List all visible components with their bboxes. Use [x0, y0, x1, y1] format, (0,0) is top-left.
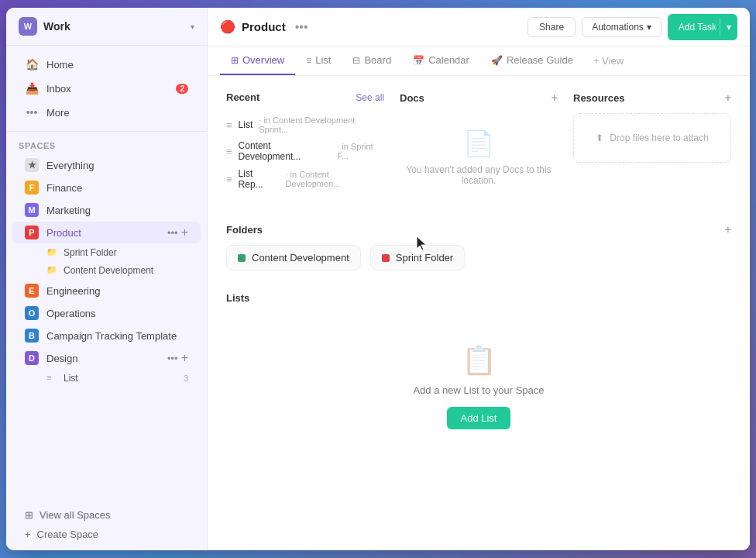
campaign-icon: B [25, 329, 39, 343]
product-icon: P [25, 226, 39, 239]
workspace-icon: W [19, 17, 37, 36]
tab-calendar[interactable]: 📅 Calendar [402, 46, 480, 75]
recent-item-2[interactable]: ≡ Content Development... · in Sprint F..… [226, 137, 384, 165]
campaign-label: Campaign Tracking Template [46, 330, 177, 342]
sidebar-item-more[interactable]: ••• More [12, 101, 201, 124]
overview-tab-icon: ⊞ [231, 55, 239, 66]
create-space-icon: + [25, 529, 31, 540]
list-tab-icon: ≡ [306, 55, 311, 66]
header-actions: Share Automations ▾ Add Task ▾ [527, 14, 737, 40]
folders-title: Folders [226, 224, 263, 236]
view-all-spaces-label: View all Spaces [40, 509, 111, 521]
content-dev-folder-dot [238, 254, 246, 262]
sidebar-item-design-list[interactable]: ≡ List 3 [12, 370, 201, 387]
release-tab-icon: 🚀 [491, 55, 503, 66]
see-all-link[interactable]: See all [356, 92, 384, 103]
tab-board[interactable]: ⊟ Board [342, 46, 402, 75]
workspace-header[interactable]: W Work ▾ [6, 8, 207, 46]
sidebar-item-design[interactable]: D Design ••• + [12, 347, 201, 369]
calendar-tab-icon: 📅 [413, 55, 424, 66]
sidebar-item-operations[interactable]: O Operations [12, 302, 201, 324]
sidebar-item-home[interactable]: 🏠 Home [12, 53, 201, 76]
recent-item-1[interactable]: ≡ List · in Content Development Sprint..… [226, 112, 384, 137]
automations-button[interactable]: Automations ▾ [582, 17, 662, 37]
create-space-item[interactable]: + Create Space [19, 525, 194, 544]
sidebar-item-product[interactable]: P Product ••• + [12, 222, 201, 243]
add-task-chevron-icon[interactable]: ▾ [720, 18, 737, 36]
list-icon: ≡ [46, 373, 57, 384]
recent-item-3[interactable]: ≡ List Rep... · in Content Developmen... [226, 165, 384, 193]
finance-label: Finance [46, 182, 82, 194]
resources-drop-zone[interactable]: ⬆ Drop files here to attach [573, 113, 731, 163]
docs-title: Docs [400, 92, 424, 104]
view-all-spaces-item[interactable]: ⊞ View all Spaces [19, 505, 194, 525]
product-add-icon[interactable]: + [181, 226, 188, 239]
doc-icon-3: ≡ [226, 174, 232, 185]
automations-label: Automations [592, 22, 644, 33]
board-tab-label: Board [364, 54, 391, 66]
design-add-icon[interactable]: + [181, 351, 188, 365]
recent-item-2-name: Content Development... [239, 140, 332, 162]
folders-add-icon[interactable]: + [725, 223, 731, 236]
sidebar-item-sprint-folder[interactable]: 📁 Sprint Folder [12, 244, 201, 261]
release-tab-label: Release Guide [507, 54, 573, 66]
board-tab-icon: ⊟ [352, 55, 360, 66]
workspace-chevron-icon: ▾ [191, 22, 194, 31]
sidebar-item-content-development[interactable]: 📁 Content Development [12, 262, 201, 279]
docs-section-title: Docs + [400, 91, 558, 104]
content-dev-folder-label: Content Development [252, 252, 349, 264]
resources-add-icon[interactable]: + [725, 91, 731, 104]
recent-item-1-name: List [239, 119, 253, 130]
sidebar-item-finance[interactable]: F Finance [12, 177, 201, 198]
overview-tab-label: Overview [242, 54, 284, 66]
upload-icon: ⬆ [596, 133, 603, 143]
docs-section: Docs + 📄 You haven't added any Docs to t… [400, 91, 558, 202]
finance-icon: F [25, 181, 39, 195]
product-label: Product [46, 227, 81, 239]
sidebar-item-everything[interactable]: ★ Everything [12, 154, 201, 176]
folder-card-sprint[interactable]: Sprint Folder [370, 245, 465, 270]
workspace-name: Work [43, 20, 191, 33]
add-list-button[interactable]: Add List [447, 407, 511, 429]
add-view-label: + View [593, 55, 624, 67]
docs-empty-icon: 📄 [463, 129, 494, 158]
add-view-tab[interactable]: + View [587, 47, 630, 74]
lists-empty-icon: 📋 [462, 344, 497, 377]
sidebar-item-campaign[interactable]: B Campaign Tracking Template [12, 325, 201, 346]
recent-section: Recent See all ≡ List · in Content Devel… [226, 91, 384, 202]
design-options-icon[interactable]: ••• [167, 353, 178, 364]
doc-icon-2: ≡ [226, 146, 232, 157]
sidebar-item-engineering[interactable]: E Engineering [12, 280, 201, 301]
list-tab-label: List [315, 54, 331, 66]
lists-empty-text: Add a new List to your Space [413, 384, 544, 396]
sprint-folder-card-label: Sprint Folder [396, 252, 453, 264]
marketing-icon: M [25, 203, 39, 217]
more-label: More [46, 107, 70, 119]
design-actions: ••• + [167, 351, 188, 365]
product-options-icon[interactable]: ••• [167, 227, 178, 239]
tab-overview[interactable]: ⊞ Overview [220, 46, 295, 75]
tab-list[interactable]: ≡ List [295, 46, 342, 75]
engineering-icon: E [25, 284, 39, 298]
lists-empty-state: 📋 Add a new List to your Space Add List [226, 313, 731, 460]
folder-card-content-dev[interactable]: Content Development [226, 245, 361, 270]
top-sections-row: Recent See all ≡ List · in Content Devel… [226, 91, 731, 202]
inbox-label: Inbox [46, 83, 71, 95]
docs-add-icon[interactable]: + [552, 91, 558, 104]
add-task-button[interactable]: Add Task ▾ [668, 14, 737, 40]
spaces-list: ★ Everything F Finance M Marketing P Pro… [6, 153, 207, 388]
recent-title: Recent [226, 91, 259, 103]
share-button[interactable]: Share [527, 17, 576, 37]
everything-label: Everything [46, 160, 94, 171]
page-options-icon[interactable]: ••• [295, 20, 308, 34]
engineering-label: Engineering [46, 285, 100, 297]
spaces-header: Spaces [6, 132, 207, 153]
sidebar-item-inbox[interactable]: 📥 Inbox 2 [12, 77, 201, 100]
tab-release[interactable]: 🚀 Release Guide [480, 46, 584, 75]
sidebar-item-marketing[interactable]: M Marketing [12, 199, 201, 221]
create-space-label: Create Space [37, 529, 99, 540]
operations-label: Operations [46, 308, 96, 319]
inbox-badge: 2 [176, 84, 188, 94]
sidebar-footer: ⊞ View all Spaces + Create Space [6, 499, 207, 550]
tabs-bar: ⊞ Overview ≡ List ⊟ Board 📅 Calendar 🚀 R… [208, 46, 750, 76]
